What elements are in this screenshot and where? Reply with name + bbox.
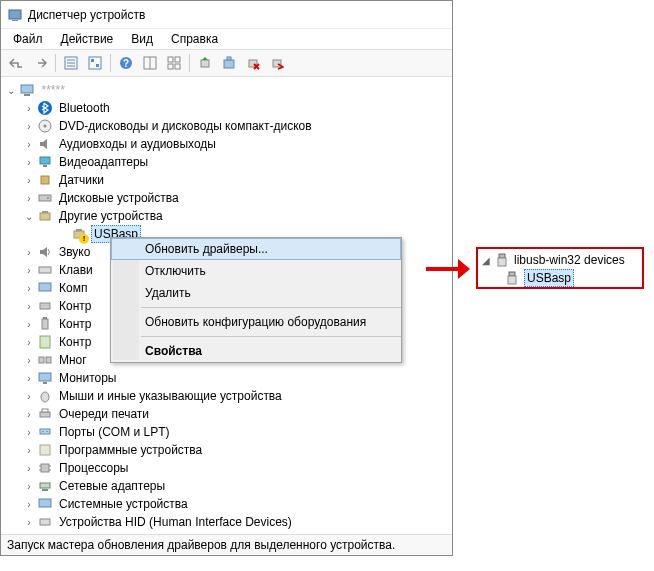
expander-icon[interactable]: › (23, 408, 35, 420)
storage-icon (37, 334, 53, 350)
svg-rect-1 (12, 20, 18, 21)
tree-label: Видеоадаптеры (57, 154, 150, 170)
tool-help-button[interactable]: ? (115, 52, 137, 74)
monitor-icon (37, 370, 53, 386)
tree-item-disks[interactable]: › Дисковые устройства (1, 189, 452, 207)
expander-icon[interactable]: › (23, 516, 35, 528)
ctx-update-drivers[interactable]: Обновить драйверы... (111, 238, 401, 260)
tool-list-button[interactable] (60, 52, 82, 74)
tool-tree-button[interactable] (84, 52, 106, 74)
svg-rect-24 (21, 85, 33, 93)
tree-item-mice[interactable]: › Мыши и иные указывающие устройства (1, 387, 452, 405)
svg-rect-67 (508, 276, 516, 284)
tree-item-software[interactable]: › Программные устройства (1, 441, 452, 459)
tree-item-audio[interactable]: › Аудиовходы и аудиовыходы (1, 135, 452, 153)
expander-icon[interactable]: › (23, 390, 35, 402)
expander-icon[interactable]: › (23, 318, 35, 330)
svg-rect-54 (40, 445, 50, 455)
status-text: Запуск мастера обновления драйверов для … (7, 538, 395, 552)
expander-icon[interactable]: ⌄ (5, 84, 17, 96)
svg-rect-25 (24, 94, 30, 96)
usb-icon (37, 316, 53, 332)
usb-icon (494, 252, 510, 268)
expander-icon[interactable]: › (23, 444, 35, 456)
expander-icon[interactable]: › (23, 300, 35, 312)
expander-icon[interactable]: › (23, 498, 35, 510)
expander-icon[interactable]: › (23, 120, 35, 132)
usb-icon (504, 270, 520, 286)
ctx-refresh-config[interactable]: Обновить конфигурацию оборудования (111, 311, 401, 333)
ctx-disable[interactable]: Отключить (111, 260, 401, 282)
printer-icon (37, 406, 53, 422)
tree-item-network[interactable]: › Сетевые адаптеры (1, 477, 452, 495)
tree-root[interactable]: ⌄ ***** (1, 81, 452, 99)
expander-icon[interactable]: › (23, 246, 35, 258)
svg-rect-61 (42, 489, 48, 491)
context-menu: Обновить драйверы... Отключить Удалить О… (110, 237, 402, 363)
expander-icon[interactable]: › (23, 480, 35, 492)
tool-uninstall-button[interactable] (242, 52, 264, 74)
svg-rect-45 (46, 357, 51, 363)
tree-item-printqueue[interactable]: › Очереди печати (1, 405, 452, 423)
expander-icon[interactable]: ⌄ (23, 210, 35, 222)
ctx-delete[interactable]: Удалить (111, 282, 401, 304)
display-icon (37, 154, 53, 170)
back-button[interactable] (5, 52, 27, 74)
svg-rect-18 (224, 60, 234, 68)
svg-rect-0 (9, 10, 21, 19)
expander-icon[interactable]: › (23, 174, 35, 186)
expander-icon[interactable]: › (23, 372, 35, 384)
expander-icon[interactable]: › (23, 462, 35, 474)
titlebar: Диспетчер устройств (1, 1, 452, 29)
tree-item-system[interactable]: › Системные устройства (1, 495, 452, 513)
toolbar-separator (189, 54, 190, 72)
tool-disable-button[interactable] (266, 52, 288, 74)
svg-rect-44 (39, 357, 44, 363)
expander-icon[interactable]: › (23, 336, 35, 348)
expander-icon[interactable]: › (23, 192, 35, 204)
svg-rect-40 (40, 303, 50, 309)
tree-item-video[interactable]: › Видеоадаптеры (1, 153, 452, 171)
svg-point-52 (42, 431, 44, 433)
tree-item-sensors[interactable]: › Датчики (1, 171, 452, 189)
svg-rect-7 (91, 59, 94, 62)
bluetooth-icon (37, 100, 53, 116)
network-icon (37, 478, 53, 494)
tool-icons-button[interactable] (163, 52, 185, 74)
expander-icon[interactable]: › (23, 102, 35, 114)
tool-refresh-button[interactable] (218, 52, 240, 74)
svg-rect-47 (43, 382, 47, 384)
svg-point-53 (46, 431, 48, 433)
menu-file[interactable]: Файл (5, 30, 51, 48)
svg-rect-36 (74, 231, 84, 238)
menu-action[interactable]: Действие (53, 30, 122, 48)
expander-icon[interactable]: › (23, 156, 35, 168)
tree-item-ports[interactable]: › Порты (COM и LPT) (1, 423, 452, 441)
annotation-arrow (426, 259, 470, 279)
expander-icon[interactable]: › (23, 264, 35, 276)
tree-item-monitors[interactable]: › Мониторы (1, 369, 452, 387)
unknown-device-icon (71, 226, 87, 242)
svg-rect-19 (227, 57, 231, 60)
ctx-properties[interactable]: Свойства (111, 340, 401, 362)
speaker-icon (37, 244, 53, 260)
svg-rect-32 (39, 195, 51, 201)
tree-label: Устройства HID (Human Interface Devices) (57, 514, 294, 530)
tool-detail-button[interactable] (139, 52, 161, 74)
expander-icon[interactable]: › (23, 354, 35, 366)
tree-item-cpu[interactable]: › Процессоры (1, 459, 452, 477)
toolbar: ? (1, 49, 452, 77)
ctx-label: Свойства (145, 344, 202, 358)
menu-view[interactable]: Вид (123, 30, 161, 48)
expander-icon[interactable]: › (23, 282, 35, 294)
tree-item-dvd[interactable]: › DVD-дисководы и дисководы компакт-диск… (1, 117, 452, 135)
tree-label: Сетевые адаптеры (57, 478, 167, 494)
menu-help[interactable]: Справка (163, 30, 226, 48)
tree-item-hid[interactable]: › Устройства HID (Human Interface Device… (1, 513, 452, 531)
forward-button[interactable] (29, 52, 51, 74)
expander-icon[interactable]: › (23, 138, 35, 150)
tree-item-bluetooth[interactable]: › Bluetooth (1, 99, 452, 117)
tree-item-other[interactable]: ⌄ Другие устройства (1, 207, 452, 225)
tool-update-button[interactable] (194, 52, 216, 74)
expander-icon[interactable]: › (23, 426, 35, 438)
